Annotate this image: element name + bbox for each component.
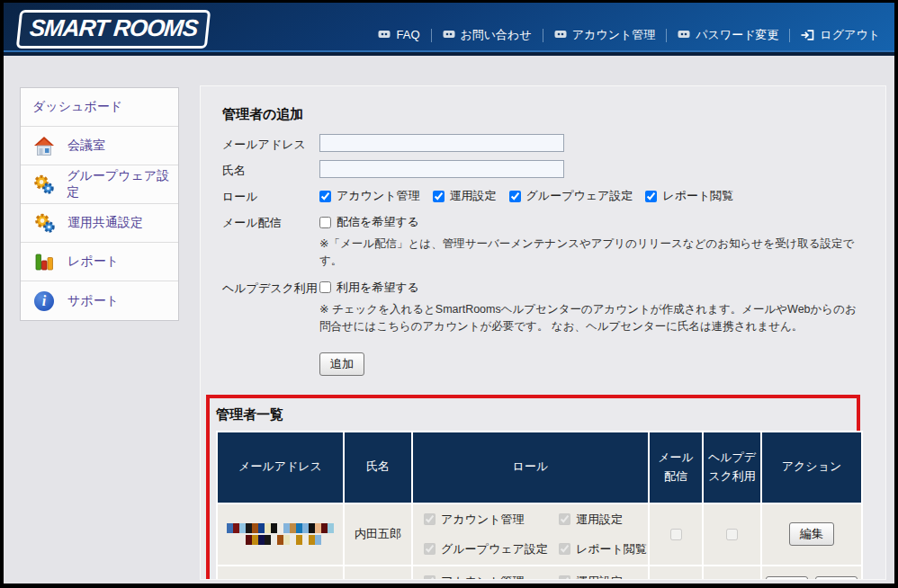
app-window: SMART ROOMS FAQ お問い合わせ アカウント管理 (4, 3, 894, 584)
helpdesk-label: ヘルプデスク利用 (222, 278, 319, 297)
add-admin-title: 管理者の追加 (222, 106, 864, 123)
nav-account-management-label: アカウント管理 (572, 27, 656, 43)
gears-icon (32, 212, 56, 234)
sidebar-item-dashboard[interactable]: ダッシュボード (21, 88, 178, 127)
sidebar-item-operation-settings[interactable]: 運用共通設定 (21, 204, 178, 243)
name-label: 氏名 (222, 160, 319, 179)
nav-contact[interactable]: お問い合わせ (443, 27, 532, 43)
row-helpdesk-checkbox (726, 529, 738, 540)
row-mail-delivery-checkbox (670, 529, 682, 540)
bar-chart-icon (32, 251, 56, 272)
role-groupware-label: グループウェア設定 (526, 188, 633, 204)
top-navigation: FAQ お問い合わせ アカウント管理 パスワード変更 (378, 3, 880, 50)
sidebar-item-report[interactable]: レポート (21, 243, 178, 281)
row-role-operation-checkbox (559, 575, 570, 580)
admin-name: 内田四郎 (344, 566, 412, 581)
add-button[interactable]: 追加 (319, 352, 364, 376)
gears-icon (32, 174, 55, 195)
helpdesk-option-label: 利用を希望する (337, 280, 419, 296)
role-report-view-label: レポート閲覧 (662, 188, 733, 204)
row-role-account-mgmt-label: アカウント管理 (441, 574, 525, 581)
sidebar-item-groupware-settings[interactable]: グループウェア設定 (21, 165, 178, 204)
nav-separator (431, 29, 432, 42)
sidebar-item-groupware-settings-label: グループウェア設定 (67, 168, 178, 200)
sidebar: ダッシュボード 会議室 グループウェア設定 運用共通設定 レポート (20, 87, 179, 321)
edit-button[interactable]: 編集 (766, 576, 808, 580)
edit-button[interactable]: 編集 (789, 522, 834, 546)
row-role-operation-label: 運用設定 (576, 574, 623, 581)
column-header-actions: アクション (761, 432, 862, 503)
email-label: メールアドレス (222, 134, 319, 153)
add-admin-form: メールアドレス 氏名 ロール アカウント管理 運用設定 (222, 134, 864, 376)
row-role-report-view-label: レポート閲覧 (576, 541, 647, 557)
mail-delivery-note: ※「メール配信」とは、管理サーバーメンテナンスやアプリのリリースなどのお知らせを… (319, 236, 864, 271)
info-icon: i (32, 290, 56, 312)
admin-list-title: 管理者一覧 (216, 406, 857, 423)
nav-faq[interactable]: FAQ (378, 28, 419, 41)
email-row: メールアドレス (222, 134, 864, 153)
row-role-operation-label: 運用設定 (576, 512, 623, 528)
mail-delivery-label: メール配信 (222, 212, 319, 231)
sidebar-item-support-label: サポート (67, 293, 119, 309)
admin-name: 内田五郎 (344, 503, 412, 566)
sidebar-item-meeting-rooms[interactable]: 会議室 (21, 127, 178, 165)
column-header-role: ロール (412, 432, 649, 503)
chat-icon (378, 30, 391, 40)
nav-separator (789, 29, 790, 42)
nav-separator (543, 29, 543, 42)
sidebar-item-dashboard-label: ダッシュボード (32, 99, 122, 115)
row-role-account-mgmt-label: アカウント管理 (441, 512, 525, 528)
row-role-groupware-label: グループウェア設定 (441, 541, 548, 557)
nav-faq-label: FAQ (396, 28, 419, 41)
admin-table-row: 内田四郎 アカウント管理 運用設定 グループウェア設定 レポート閲覧 (217, 566, 862, 581)
helpdesk-row: ヘルプデスク利用 利用を希望する ※ チェックを入れるとSmartRoomsヘル… (222, 278, 864, 336)
role-account-mgmt-label: アカウント管理 (337, 188, 420, 204)
admin-table: メールアドレス 氏名 ロール メール配信 ヘルプデスク利用 アクション 内田五郎 (216, 431, 863, 581)
row-role-account-mgmt-checkbox (424, 513, 436, 525)
role-account-mgmt-checkbox[interactable] (319, 191, 331, 202)
main-content: 管理者の追加 メールアドレス 氏名 ロール アカウント管理 (200, 85, 886, 580)
redacted-email (221, 523, 339, 545)
name-row: 氏名 (222, 160, 864, 179)
helpdesk-checkbox[interactable] (319, 281, 331, 293)
nav-logout[interactable]: ログアウト (801, 27, 880, 43)
row-role-account-mgmt-checkbox (424, 575, 436, 580)
nav-separator (666, 29, 667, 42)
admin-table-row: 内田五郎 アカウント管理 運用設定 グループウェア設定 レポート閲覧 (217, 503, 862, 566)
top-header: SMART ROOMS FAQ お問い合わせ アカウント管理 (4, 3, 894, 50)
delete-button[interactable]: 削除 (815, 576, 858, 580)
role-label: ロール (222, 186, 319, 205)
sidebar-item-meeting-rooms-label: 会議室 (67, 138, 105, 154)
mail-delivery-checkbox[interactable] (319, 217, 331, 228)
nav-logout-label: ログアウト (820, 27, 880, 43)
logo-text: SMART ROOMS (29, 14, 200, 41)
chat-icon (678, 30, 690, 40)
role-groupware-checkbox[interactable] (509, 191, 521, 202)
admin-table-header-row: メールアドレス 氏名 ロール メール配信 ヘルプデスク利用 アクション (217, 432, 862, 503)
helpdesk-note: ※ チェックを入れるとSmartRoomsヘルプセンターのアカウントが作成されま… (319, 301, 864, 336)
role-operation-checkbox[interactable] (433, 191, 445, 202)
nav-password-change[interactable]: パスワード変更 (678, 27, 778, 43)
sidebar-item-report-label: レポート (67, 254, 119, 270)
email-input[interactable] (319, 134, 564, 152)
sidebar-item-support[interactable]: i サポート (21, 281, 178, 320)
logout-icon (801, 30, 814, 40)
mail-delivery-option-label: 配信を希望する (337, 214, 419, 230)
redacted-email (221, 580, 339, 581)
nav-account-management[interactable]: アカウント管理 (554, 27, 656, 43)
smartrooms-logo: SMART ROOMS (16, 10, 211, 49)
column-header-helpdesk: ヘルプデスク利用 (703, 432, 761, 503)
nav-contact-label: お問い合わせ (461, 27, 532, 43)
sidebar-item-operation-settings-label: 運用共通設定 (67, 215, 143, 231)
row-role-report-view-checkbox (559, 543, 570, 555)
column-header-email: メールアドレス (217, 432, 344, 503)
home-icon (32, 135, 56, 156)
header-divider-dark (4, 52, 894, 56)
name-input[interactable] (319, 160, 564, 178)
chat-icon (554, 30, 567, 40)
column-header-name: 氏名 (344, 432, 412, 503)
row-role-groupware-checkbox (424, 543, 436, 555)
chat-icon (443, 30, 455, 40)
mail-delivery-row: メール配信 配信を希望する ※「メール配信」とは、管理サーバーメンテナンスやアプ… (222, 212, 864, 271)
role-report-view-checkbox[interactable] (645, 191, 657, 202)
